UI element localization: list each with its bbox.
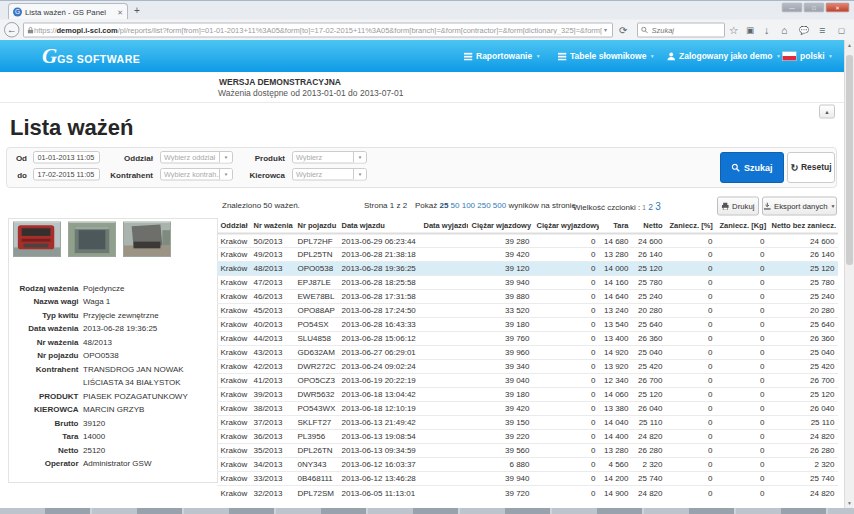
url-dropdown-icon[interactable]: ▾ — [602, 27, 609, 34]
new-tab-button[interactable]: + — [134, 5, 140, 17]
table-row[interactable]: Kraków48/2013OPO05382013-06-28 19:36:253… — [217, 262, 838, 276]
page-size-50[interactable]: 50 — [451, 201, 460, 210]
browser-search-input[interactable] — [652, 26, 712, 35]
col-header-nr[interactable]: Nr ważenia — [250, 218, 294, 234]
detail-value: 14000 — [83, 430, 218, 444]
page-size-100[interactable]: 100 — [462, 201, 475, 210]
cell-netto-clean: 2 320 — [768, 458, 838, 472]
font-size-1[interactable]: 1 — [642, 204, 646, 212]
window-maximize-button[interactable]: □ — [804, 3, 824, 12]
browser-scrollbar[interactable]: ▲ ▼ — [844, 40, 854, 508]
photo-truck-rear[interactable] — [123, 222, 171, 258]
home-icon[interactable]: ⌂ — [781, 24, 787, 36]
cell-weight-in: 39 280 — [468, 234, 533, 248]
cell-date-out — [420, 458, 468, 472]
table-row[interactable]: Kraków47/2013EPJ87LE2013-06-28 18:25:583… — [217, 276, 838, 290]
browser-search[interactable] — [637, 23, 725, 38]
cell-impurity-kg: 0 — [716, 374, 768, 388]
cell-date-in: 2013-06-24 09:02:24 — [338, 360, 420, 374]
url-bar[interactable]: https://demopl.i-scl.com/pl/reports/list… — [23, 23, 613, 38]
photo-truck-front[interactable] — [13, 222, 61, 258]
col-header-weight-in[interactable]: Ciężar wjazdowy — [468, 218, 533, 234]
collapse-banner-button[interactable]: ▲ — [819, 105, 835, 119]
font-size-2[interactable]: 2 — [648, 202, 653, 212]
col-header-netto-clean[interactable]: Netto bez zaniecz. — [768, 218, 838, 234]
col-header-tara[interactable]: Tara — [599, 218, 632, 234]
tab-close-icon[interactable]: ✕ — [117, 8, 123, 16]
scrollbar-thumb[interactable] — [846, 55, 853, 265]
cell-impurity-kg: 0 — [716, 472, 768, 486]
table-row[interactable]: Kraków42/2013DWR272C2013-06-24 09:02:243… — [217, 360, 838, 374]
cell-date-out — [420, 444, 468, 458]
window-close-button[interactable]: ✕ — [826, 3, 849, 12]
nav-language[interactable]: polski▼ — [782, 40, 833, 72]
table-row[interactable]: Kraków49/2013DPL25TN2013-06-28 21:38:183… — [217, 248, 838, 262]
col-header-impurity-pct[interactable]: Zaniecz. [%] — [666, 218, 716, 234]
table-row[interactable]: Kraków37/2013SKLFT272013-06-13 21:49:423… — [217, 416, 838, 430]
search-button[interactable]: Szukaj — [720, 152, 784, 183]
table-row[interactable]: Kraków46/2013EWE78BL2013-06-28 17:31:583… — [217, 290, 838, 304]
scroll-up-icon[interactable]: ▲ — [845, 40, 854, 50]
photo-trailer-bed[interactable] — [68, 222, 116, 258]
nav-tabele-slownikowe[interactable]: Tabele słownikowe▼ — [558, 40, 655, 72]
filter-driver-select[interactable]: Wybierz▼ — [292, 168, 367, 181]
nav-user-menu[interactable]: Zalogowany jako demo▼ — [667, 40, 781, 72]
table-row[interactable]: Kraków34/20130NY3432013-06-12 16:03:376 … — [217, 458, 838, 472]
col-header-date-out[interactable]: Data wyjazdu — [420, 218, 468, 234]
page-size-250[interactable]: 250 — [477, 201, 490, 210]
page-size-500[interactable]: 500 — [493, 201, 506, 210]
cell-tara: 14 920 — [599, 346, 632, 360]
col-header-impurity-kg[interactable]: Zaniecz. [Kg] — [716, 218, 768, 234]
cell-tara: 4 560 — [599, 458, 632, 472]
cell-date-in: 2013-06-28 21:38:18 — [338, 248, 420, 262]
cell-date-in: 2013-06-13 19:08:54 — [338, 430, 420, 444]
table-row[interactable]: Kraków50/2013DPL72HF2013-06-29 06:23:443… — [217, 234, 838, 248]
font-size-3[interactable]: 3 — [655, 201, 661, 212]
cell-date-out — [420, 276, 468, 290]
menu-icon[interactable]: ≡ — [819, 24, 825, 36]
table-row[interactable]: Kraków35/2013DPL26TN2013-06-13 09:34:593… — [217, 444, 838, 458]
detail-row: Tara14000 — [9, 430, 218, 444]
cell-netto: 25 040 — [632, 346, 666, 360]
table-row[interactable]: Kraków40/2013PO54SX2013-06-28 16:43:3339… — [217, 318, 838, 332]
bookmark-star-icon[interactable]: ☆ — [729, 24, 738, 36]
table-row[interactable]: Kraków33/20130B4681112013-06-12 13:46:28… — [217, 472, 838, 486]
sidebar-icon[interactable]: ▢ — [838, 26, 845, 35]
col-header-date-in[interactable]: Data wjazdu — [338, 218, 420, 234]
nav-raportowanie[interactable]: Raportowanie▼ — [464, 40, 541, 72]
cell-impurity-pct: 0 — [666, 234, 716, 248]
cell-tara: 14 900 — [599, 486, 632, 500]
col-header-branch[interactable]: Oddział — [217, 218, 250, 234]
table-row[interactable]: Kraków32/2013DPL72SM2013-06-05 11:13:013… — [217, 486, 838, 500]
reset-button[interactable]: ↻ Resetuj — [787, 152, 835, 183]
downloads-icon[interactable]: ↓ — [764, 24, 769, 36]
chat-icon[interactable]: 💬 — [799, 26, 809, 36]
table-row[interactable]: Kraków36/2013PL39562013-06-13 19:08:5439… — [217, 430, 838, 444]
scroll-down-icon[interactable]: ▼ — [845, 498, 854, 508]
window-minimize-button[interactable]: — — [782, 3, 802, 12]
table-row[interactable]: Kraków38/2013PO543WX2013-06-18 12:10:193… — [217, 402, 838, 416]
col-header-weight-out[interactable]: Ciężar wyjazdowy — [533, 218, 599, 234]
screen: G Lista ważeń - GS Panel ✕ + — □ ✕ ← htt… — [0, 0, 854, 514]
table-row[interactable]: Kraków41/2013OPO5CZ32013-06-19 20:22:193… — [217, 374, 838, 388]
table-row[interactable]: Kraków44/2013SLU48582013-06-28 15:06:123… — [217, 332, 838, 346]
filter-product-select[interactable]: Wybierz▼ — [292, 151, 367, 164]
detail-label: Brutto — [9, 416, 83, 430]
table-row[interactable]: Kraków39/2013DWR56322013-06-18 13:04:423… — [217, 388, 838, 402]
cell-tara: 14 640 — [599, 290, 632, 304]
table-row[interactable]: Kraków43/2013GD632AM2013-06-27 06:29:013… — [217, 346, 838, 360]
export-button[interactable]: Eksport danych ▼ — [762, 197, 837, 216]
reload-icon[interactable]: ⟳ — [619, 25, 627, 37]
col-header-vehicle[interactable]: Nr pojazdu — [294, 218, 338, 234]
page-size-25[interactable]: 25 — [439, 201, 448, 210]
browser-tab[interactable]: G Lista ważeń - GS Panel ✕ — [8, 3, 128, 20]
col-header-netto[interactable]: Netto — [632, 218, 666, 234]
detail-value: Administrator GSW — [83, 457, 218, 471]
table-row[interactable]: Kraków45/2013OPO88AP2013-06-28 17:24:503… — [217, 304, 838, 318]
cell-nr: 45/2013 — [250, 304, 294, 318]
cell-branch: Kraków — [217, 472, 250, 486]
cell-weight-out: 0 — [533, 444, 599, 458]
print-button[interactable]: Drukuj — [717, 197, 759, 216]
bookmarks-icon[interactable]: ▣ — [746, 25, 754, 36]
back-button[interactable]: ← — [4, 22, 20, 38]
